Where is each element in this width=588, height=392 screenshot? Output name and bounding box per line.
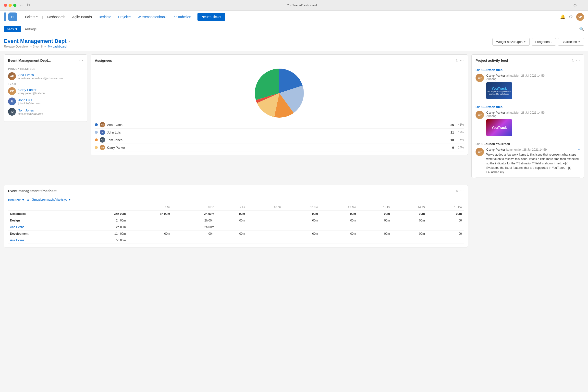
- ts-header-row: 7 Mi 8 Do 9 Fr 10 Sa 11 So 12 Mo 13 Di 1…: [8, 204, 464, 211]
- activity-dots-icon[interactable]: ⋯: [576, 58, 580, 63]
- nav-wissensdatenbank[interactable]: Wissensdatenbank: [134, 10, 170, 23]
- activity-issue-link-1[interactable]: Attach files: [485, 105, 502, 109]
- search-input[interactable]: [23, 26, 577, 32]
- ts-col-total: [78, 204, 128, 211]
- nav-berichte[interactable]: Berichte: [95, 10, 115, 23]
- puzzle-icon[interactable]: ⚙: [573, 3, 577, 8]
- legend-dot-0: [95, 123, 98, 126]
- team-info-0: Carry Parker carry.parker@test.com: [18, 88, 46, 94]
- group-chevron: ▼: [68, 198, 71, 202]
- legend-pct-0: 41%: [458, 123, 464, 126]
- back-icon[interactable]: ←: [19, 3, 24, 8]
- new-ticket-button[interactable]: Neues Ticket: [198, 13, 225, 21]
- close-button[interactable]: [4, 4, 7, 7]
- ts-nav-forward[interactable]: »: [27, 198, 30, 202]
- more-icon[interactable]: ⋮: [580, 3, 584, 8]
- window-nav: ← ↻: [19, 2, 30, 8]
- card-menu[interactable]: ⋯: [79, 58, 83, 63]
- activity-item-1: DP-13 Attach files CP Carry Parker aktua…: [476, 102, 580, 139]
- legend-pct-2: 16%: [458, 138, 464, 142]
- fullscreen-button[interactable]: [13, 4, 16, 7]
- activity-avatar-1: CP: [476, 111, 484, 119]
- owner-name[interactable]: Ana Evans: [18, 73, 63, 77]
- activity-issue-id-2: DP-1: [476, 142, 484, 146]
- pie-chart-container: [91, 65, 468, 121]
- team-name-1[interactable]: John Luis: [18, 98, 41, 102]
- ts-design-ana-11so: [284, 224, 320, 230]
- nav-links: Tickets ▼ | Dashboards Agile-Boards Beri…: [21, 10, 560, 23]
- ts-dev-ana-label[interactable]: Ana Evans: [8, 237, 78, 244]
- edit-button[interactable]: Bearbeiten ▼: [558, 38, 584, 46]
- ts-design-ana-label[interactable]: Ana Evans: [8, 224, 78, 230]
- ts-group-label: Gruppieren nach Arbeitstyp ▼: [32, 198, 71, 202]
- ts-dev-ana-val: 5h 00m: [78, 237, 128, 244]
- sidebar-toggle[interactable]: [4, 12, 6, 21]
- settings-icon[interactable]: ⚙: [569, 14, 573, 20]
- refresh-icon-ts[interactable]: ↻: [456, 189, 458, 193]
- ts-total-row: Gesamtzeit 35h 00m 8h 00m 2h 00m 00m 00m…: [8, 211, 464, 217]
- search-bar: Alles ▼ 🔍: [0, 23, 588, 35]
- refresh-icon[interactable]: ↻: [456, 58, 458, 62]
- search-icon[interactable]: 🔍: [579, 27, 584, 31]
- nav-agile-boards[interactable]: Agile-Boards: [69, 10, 95, 23]
- ts-dev-val: 11h 00m: [78, 230, 128, 237]
- activity-content-0: Carry Parker aktualisiert 28 Jul 2021 14…: [486, 74, 545, 99]
- activity-issue-id-0: DP-13: [476, 68, 485, 72]
- nav-zeittabellen[interactable]: Zeittabellen: [170, 10, 194, 23]
- user-avatar[interactable]: CP: [576, 13, 584, 21]
- team-info-2: Tom Jones tom.jones@test.com: [18, 108, 43, 115]
- ts-group-value[interactable]: Arbeitstyp ▼: [54, 198, 71, 202]
- ts-design-9fr: 00m: [216, 217, 247, 224]
- ts-dots-icon[interactable]: ⋯: [460, 188, 464, 193]
- user-filter[interactable]: Benutzer ▼: [8, 198, 25, 202]
- ts-dev-ana-9fr: [216, 237, 247, 244]
- refresh-icon[interactable]: ↻: [27, 2, 30, 8]
- ts-dev-ana-15do: [427, 237, 464, 244]
- nav-projekte[interactable]: Projekte: [115, 10, 134, 23]
- activity-issue-link-0[interactable]: Attach files: [485, 68, 502, 72]
- title-chevron[interactable]: ▼: [68, 40, 70, 43]
- legend-item-3: CP Carry Parker 9 14%: [95, 144, 464, 152]
- ts-col-14mi: 14 Mi: [392, 204, 427, 211]
- timesheet-header: Event management timesheet ↻ ⋯: [4, 185, 468, 196]
- timesheet-table-wrapper: 7 Mi 8 Do 9 Fr 10 Sa 11 So 12 Mo 13 Di 1…: [4, 204, 468, 247]
- refresh-icon-activity[interactable]: ↻: [572, 58, 574, 62]
- traffic-lights: [4, 4, 16, 7]
- team-name-2[interactable]: Tom Jones: [18, 108, 43, 112]
- timesheet-card: Event management timesheet ↻ ⋯ Benutzer …: [4, 185, 468, 248]
- thumb-text-0: YouTrack The project management tool des…: [487, 86, 511, 95]
- bell-icon[interactable]: 🔔: [560, 14, 566, 20]
- team-section-label: TEAM: [8, 82, 83, 85]
- event-dept-card-body: PROJEKTBESITZER AE Ana Evans anastasia.b…: [4, 68, 87, 122]
- ts-design-ana-val: 2h 00m: [78, 224, 128, 230]
- ts-design-10sa: [247, 217, 284, 224]
- add-widget-button[interactable]: Widget hinzufügen ▼: [492, 38, 530, 46]
- activity-meta-2: kommentiert 28 Jul 2021 14:59: [506, 148, 547, 152]
- timesheet-section: Event management timesheet ↻ ⋯ Benutzer …: [0, 181, 588, 251]
- expand-icon-2[interactable]: ↗: [578, 148, 580, 151]
- activity-sub-2: We've added a few work items to this iss…: [486, 152, 580, 174]
- activity-issue-link-2[interactable]: Launch YouTrack: [484, 142, 510, 146]
- share-button[interactable]: Freigeben...: [532, 38, 556, 46]
- ts-dev-ana-7mi: [128, 237, 172, 244]
- assignees-card-header: Assignees ↻ ⋯: [91, 55, 468, 65]
- filter-dropdown[interactable]: Alles ▼: [4, 26, 21, 32]
- activity-row-1: CP Carry Parker aktualisiert 28 Jul 2021…: [476, 111, 580, 136]
- ts-design-ana-13di: [358, 224, 392, 230]
- activity-row-2: CP Carry Parker kommentiert 28 Jul 2021 …: [476, 148, 580, 174]
- activity-avatar-0: CP: [476, 74, 484, 82]
- dots-icon[interactable]: ⋯: [460, 58, 464, 63]
- nav-dashboards[interactable]: Dashboards: [43, 10, 69, 23]
- team-name-0[interactable]: Carry Parker: [18, 88, 46, 92]
- legend-dot-3: [95, 146, 98, 149]
- ts-dev-label: Development: [8, 230, 78, 237]
- my-dashboard-link[interactable]: My dashboard: [48, 45, 66, 48]
- add-widget-chevron: ▼: [524, 40, 526, 43]
- ts-total-label: Gesamtzeit: [8, 211, 78, 217]
- activity-card-header: Project activity feed ↻ ⋯: [472, 55, 584, 65]
- nav-tickets[interactable]: Tickets ▼: [21, 10, 42, 23]
- minimize-button[interactable]: [8, 4, 12, 7]
- activity-content-1: Carry Parker aktualisiert 28 Jul 2021 14…: [486, 111, 545, 136]
- edit-chevron: ▼: [578, 40, 580, 43]
- activity-item-0: DP-13 Attach files CP Carry Parker aktua…: [476, 65, 580, 102]
